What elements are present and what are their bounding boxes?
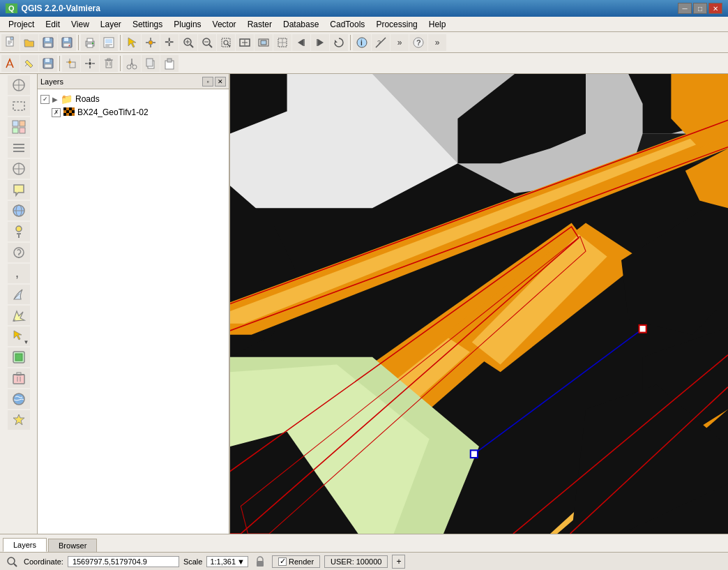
layers-content: ▶ 📁 Roads	[38, 89, 229, 534]
layer-group-roads[interactable]: ▶ 📁 Roads	[40, 92, 226, 106]
map-canvas[interactable]	[230, 74, 728, 534]
pixel-inspector-button[interactable]	[8, 117, 30, 137]
roads-group-label: Roads	[75, 94, 100, 104]
render-checkbox[interactable]: ✓	[278, 557, 287, 566]
svg-rect-80	[20, 128, 25, 133]
identify-features-button[interactable]: i	[353, 34, 371, 51]
zoom-to-extent-button[interactable]: +	[392, 555, 405, 569]
refresh-button[interactable]	[330, 34, 348, 51]
svg-rect-111	[72, 107, 75, 110]
svg-line-26	[209, 45, 212, 47]
globe-button[interactable]	[8, 201, 30, 220]
panel-close-button[interactable]: ✕	[215, 77, 226, 87]
copy-features-button[interactable]	[142, 55, 160, 72]
menu-help[interactable]: Help	[423, 18, 452, 31]
zoom-full-button[interactable]	[236, 34, 254, 51]
menu-processing[interactable]: Processing	[370, 18, 423, 31]
help-button[interactable]: ?	[409, 34, 427, 51]
menu-raster[interactable]: Raster	[242, 18, 278, 31]
tab-layers[interactable]: Layers	[3, 538, 47, 552]
toolbar-separator-1	[78, 35, 79, 50]
menu-edit[interactable]: Edit	[40, 18, 66, 31]
lock-scale-button[interactable]	[252, 554, 268, 569]
panel-restore-button[interactable]: ▫	[202, 77, 213, 87]
zoom-layer-button[interactable]	[255, 34, 273, 51]
bx24-visibility-checkbox[interactable]	[52, 108, 61, 117]
print-button[interactable]	[81, 34, 99, 51]
move-feature-button[interactable]	[81, 55, 99, 72]
pan-map2-button[interactable]: ✛	[160, 34, 179, 51]
menu-cadtools[interactable]: CadTools	[324, 18, 370, 31]
render-label: Render	[289, 557, 314, 566]
svg-rect-108	[63, 107, 66, 110]
toolbar-separator-3	[350, 35, 351, 50]
app-logo: Q	[6, 3, 17, 13]
add-node-button[interactable]	[62, 55, 80, 72]
maximize-button[interactable]: □	[693, 3, 707, 14]
digitize-button[interactable]	[1, 55, 20, 72]
render-button[interactable]: ✓ Render	[272, 555, 320, 568]
pan-map-button[interactable]	[142, 34, 160, 51]
map-tips-button[interactable]	[8, 180, 30, 200]
toggle-edit-button[interactable]	[20, 55, 38, 72]
arrow-pen-button[interactable]	[8, 306, 30, 325]
zoom-next-button[interactable]	[311, 34, 329, 51]
svg-line-67	[132, 63, 133, 66]
zoom-last-button[interactable]	[292, 34, 310, 51]
zoom-out-button[interactable]	[198, 34, 216, 51]
menubar: Project Edit View Layer Settings Plugins…	[0, 17, 728, 32]
close-button[interactable]: ✕	[708, 3, 722, 14]
more-tools-button[interactable]: »	[390, 34, 409, 51]
magnify-status-button[interactable]	[4, 554, 20, 569]
save-edits-button[interactable]	[39, 55, 57, 72]
select-feature-button[interactable]	[123, 34, 141, 51]
print-composer-button[interactable]	[100, 34, 118, 51]
feather-pen-button[interactable]	[8, 285, 30, 304]
zoom-selection-button[interactable]	[273, 34, 291, 51]
menu-settings[interactable]: Settings	[127, 18, 168, 31]
zoom-in-button[interactable]	[179, 34, 197, 51]
menu-view[interactable]: View	[66, 18, 95, 31]
measure-button[interactable]: ?	[372, 34, 390, 51]
menu-layer[interactable]: Layer	[95, 18, 127, 31]
user-button[interactable]: USER: 100000	[324, 555, 388, 568]
open-project-button[interactable]	[20, 34, 38, 51]
svg-line-156	[14, 564, 17, 567]
comma-tool-button[interactable]: ,	[8, 264, 30, 283]
svg-rect-117	[66, 113, 69, 116]
roads-visibility-checkbox[interactable]	[40, 95, 50, 104]
new-bookmark-button[interactable]	[8, 159, 30, 179]
menu-database[interactable]: Database	[278, 18, 324, 31]
svg-text:?: ?	[377, 39, 381, 46]
spatial-query-button[interactable]	[8, 243, 30, 262]
arrow-down-button[interactable]: ▼	[8, 327, 30, 346]
layer-item-bx24[interactable]: BX24_GeoTifv1-02	[40, 106, 226, 119]
svg-rect-12	[87, 38, 93, 42]
scale-dropdown-arrow[interactable]: ▼	[237, 557, 245, 566]
remove-layer-button[interactable]	[8, 368, 30, 388]
more-button2[interactable]: »	[428, 34, 446, 51]
identify-button[interactable]	[8, 222, 30, 241]
layer-symbol-button[interactable]	[8, 347, 30, 367]
delete-selected-button[interactable]	[100, 55, 118, 72]
globe2-button[interactable]	[8, 389, 30, 409]
cut-features-button[interactable]	[123, 55, 141, 72]
select-location-button[interactable]	[8, 75, 30, 95]
select-rectangle-button[interactable]	[8, 96, 30, 116]
zoom-rubber-button[interactable]	[217, 34, 235, 51]
tab-browser[interactable]: Browser	[48, 539, 97, 552]
star-button[interactable]	[8, 410, 30, 430]
layer-order-button[interactable]	[8, 138, 30, 158]
menu-vector[interactable]: Vector	[207, 18, 242, 31]
new-project-button[interactable]	[1, 34, 20, 51]
svg-rect-8	[64, 38, 68, 41]
save-as-button[interactable]: *	[58, 34, 76, 51]
menu-project[interactable]: Project	[3, 18, 40, 31]
paste-features-button[interactable]	[160, 55, 179, 72]
svg-rect-13	[87, 44, 93, 47]
minimize-button[interactable]: ─	[678, 3, 692, 14]
save-project-button[interactable]	[39, 34, 57, 51]
toolbar-separator-4	[59, 56, 60, 71]
menu-plugins[interactable]: Plugins	[168, 18, 206, 31]
svg-rect-116	[63, 113, 66, 116]
